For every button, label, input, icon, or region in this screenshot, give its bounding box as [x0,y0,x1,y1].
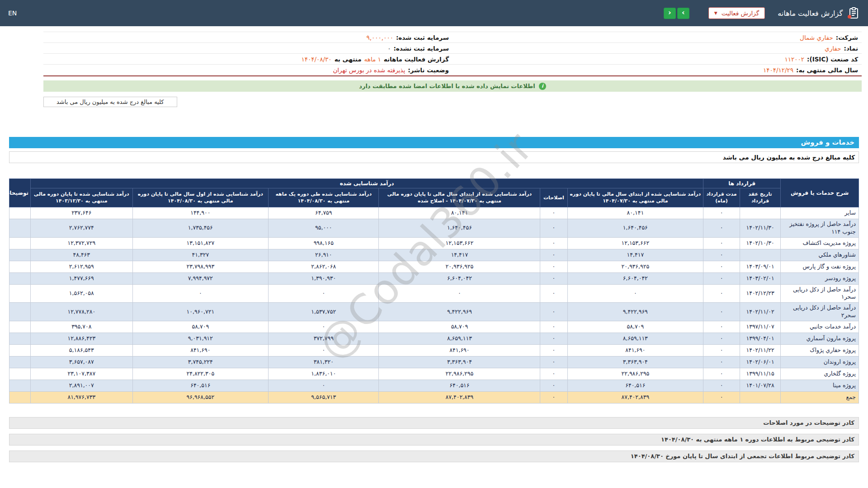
cell-rev-month: ۹۹۸,۱۶۵ [269,237,379,249]
cell-rev-month: ۰ [269,284,379,303]
col-header-rev-month: درآمد شناسایی شده طی دوره یک ماهه منتهی … [269,188,379,207]
cell-duration: ۰ [703,380,740,392]
cell-name: پروژه مینا [781,380,859,392]
cell-rev-total: ۷,۹۹۴,۹۷۲ [132,272,269,284]
brand: گزارش فعالیت ماهانه [778,7,860,19]
report-type-label: گزارش فعالیت [722,9,759,17]
cell-name: سایر [781,207,859,219]
publisher-status-label: وضعیت ناشر: [408,66,449,74]
tab-strip: کلیه مبالغ درج شده به میلیون ریال می باش… [43,97,862,107]
cell-rev-before: ۱,۶۴۰,۴۵۶ [567,219,703,237]
cell-rev-corrected: ۸۰,۱۴۱ [379,207,540,219]
units-tab[interactable]: کلیه مبالغ درج شده به میلیون ریال می باش… [43,97,177,107]
cell-rev-month: ۶۴,۷۵۹ [269,207,379,219]
cell-rev-prev: ۱۲,۸۸۶,۴۲۳ [31,333,132,345]
cell-rev-month: ۰ [269,321,379,333]
table-row: پروژه مدیریت اکتشاف۱۴۰۲/۱۰/۳۰۰۱۲,۱۵۳,۶۶۲… [9,237,859,249]
chevron-down-icon: ▼ [714,11,717,15]
cell-rev-month: ۱,۸۳۶,۰۱۰ [269,368,379,380]
cell-contract-date: ۱۴۰۲/۱۱/۲۲ [740,345,780,357]
sales-table: شرح خدمات یا فروش قرارداد ها درآمد شناسا… [9,178,859,404]
signature-notice-text: اطلاعات نمایش داده شده با اطلاعات امضا ش… [359,83,535,89]
cell-duration: ۰ [703,321,740,333]
cell-contract-date: ۱۴۰۲/۱۱/۳۰ [740,219,780,237]
col-header-rev-total: درآمد شناسایی شده از اول سال مالی تا پای… [132,188,269,207]
report-type-dropdown[interactable]: گزارش فعالیت ▼ [708,7,765,19]
cell-duration: ۰ [703,333,740,345]
publisher-status-value: پذیرفته شده در بورس تهران [333,66,405,74]
company-info: شرکت: حفاري شمال سرمایه ثبت شده: ۹,۰۰۰,۰… [43,32,862,76]
cell-notes [9,219,31,237]
nav-left-button[interactable]: ‹ [664,8,676,19]
report-period-mid: منتهی به [335,56,362,63]
company-link[interactable]: حفاري شمال [800,34,833,41]
cell-duration: ۰ [703,237,740,249]
cell-corrections: ۰ [540,261,567,272]
report-period-label: گزارش فعالیت ماهانه [384,56,449,63]
table-row: پروژه رودسر۱۴۰۳/۰۲/۰۱۰۶,۶۰۴,۰۴۲۰۶,۶۰۴,۰۴… [9,272,859,284]
cell-rev-total: ۱۴۴,۹۰۰ [132,207,269,219]
info-publisher-status: وضعیت ناشر: پذیرفته شده در بورس تهران [43,65,453,75]
cell-rev-month: ۹,۵۶۵,۷۱۳ [269,392,379,404]
cell-duration: ۰ [703,207,740,219]
cell-rev-prev: ۳,۶۵۷,۰۸۷ [31,357,132,368]
report-period-date: ۱۴۰۴/۰۸/۳۰ [302,56,332,63]
cell-name: پروژه حفاري پژواک [781,345,859,357]
cell-rev-total: ۲۴,۸۲۲,۳۰۵ [132,368,269,380]
cell-name: پروژه گلخاري [781,368,859,380]
cell-rev-month: ۳۸۱,۳۲۰ [269,357,379,368]
cell-rev-prev: ۵,۱۸۶,۵۴۳ [31,345,132,357]
col-group-contracts: قرارداد ها [703,179,781,188]
cell-rev-corrected: ۸۷,۴۰۲,۸۳۹ [379,392,540,404]
cell-duration: ۰ [703,249,740,261]
cell-rev-prev: ۱,۵۶۲,۰۵۸ [31,284,132,303]
table-row: پروژه مینا۱۴۰۱/۰۷/۲۸۰۶۴۰,۵۱۶۰۶۴۰,۵۱۶۰۶۴۰… [9,380,859,392]
cell-rev-prev: ۲۳,۱۰۷,۳۸۷ [31,368,132,380]
cell-rev-total: ۳,۷۴۵,۲۲۴ [132,357,269,368]
cell-duration: ۰ [703,284,740,303]
cell-rev-total: ۱۳,۱۵۱,۸۲۷ [132,237,269,249]
cell-rev-corrected: ۸۴۱,۶۹۰ [379,345,540,357]
cell-notes [9,284,31,303]
table-row: پروژه حفاري پژواک۱۴۰۲/۱۱/۲۲۰۸۴۱,۶۹۰۰۸۴۱,… [9,345,859,357]
cell-corrections: ۰ [540,380,567,392]
cell-rev-corrected: ۲۰,۹۳۶,۹۲۵ [379,261,540,272]
cell-rev-corrected: ۳,۳۶۳,۹۰۴ [379,357,540,368]
cell-rev-corrected: ۲۲,۹۸۶,۲۹۵ [379,368,540,380]
cell-rev-prev: ۱۲,۷۷۸,۲۸۰ [31,303,132,321]
info-registered-capital: سرمایه ثبت شده: ۹,۰۰۰,۰۰۰ [43,32,453,43]
cell-notes [9,392,31,404]
cell-rev-total: ۲۳,۷۹۸,۹۹۳ [132,261,269,272]
cell-contract-date: ۱۴۰۳/۰۲/۰۱ [740,272,780,284]
language-toggle[interactable]: EN [8,9,17,17]
report-nav: › ‹ [664,8,689,19]
table-row: درآمد خدمات جانبي۱۳۹۷/۱۱/۰۷۰۵۸,۷۰۹۰۵۸,۷۰… [9,321,859,333]
table-row: درآمد حاصل از پروژه نفتخیز جنوب ۱۱۴۱۴۰۲/… [9,219,859,237]
col-header-corrections: اصلاحات [540,188,567,207]
cell-corrections: ۰ [540,284,567,303]
cell-rev-prev: ۱,۴۷۷,۶۶۹ [31,272,132,284]
cell-corrections: ۰ [540,219,567,237]
footer-note-cumulative[interactable]: کادر توضیحی مربوط اطلاعات تجمعی از ابتدا… [9,450,859,462]
cell-rev-total: ۵۸,۷۰۹ [132,321,269,333]
symbol-link[interactable]: حفاري [825,45,841,52]
nav-right-button[interactable]: › [677,8,689,19]
info-icon: i [539,83,546,90]
cell-name: پروژه اروندان [781,357,859,368]
unregistered-capital-value: ۰ [387,45,391,52]
cell-contract-date: ۱۳۹۷/۱۱/۰۷ [740,321,780,333]
footer-note-month[interactable]: کادر توضیحی مربوط به اطلاعات دوره ۱ ماهه… [9,434,859,446]
cell-rev-prev: ۲۳۷,۶۴۶ [31,207,132,219]
col-header-rev-before: درآمد شناسایی شده از ابتدای سال مالی تا … [567,188,703,207]
cell-duration: ۰ [703,303,740,321]
cell-rev-prev: ۱۲,۳۷۲,۷۲۹ [31,237,132,249]
total-row: جمع۰۸۷,۴۰۲,۸۳۹۰۸۷,۴۰۲,۸۳۹۹,۵۶۵,۷۱۳۹۶,۹۶۸… [9,392,859,404]
col-header-rev-corrected: درآمد شناسایی شده از ابتدای سال مالی تا … [379,188,540,207]
cell-duration: ۰ [703,261,740,272]
cell-rev-before: ۱۲,۱۵۳,۶۶۲ [567,237,703,249]
footer-note-corrections[interactable]: کادر توضیحات در مورد اصلاحات [9,417,859,429]
cell-corrections: ۰ [540,392,567,404]
topbar: گزارش فعالیت ماهانه گزارش فعالیت ▼ › ‹ E… [0,0,868,26]
cell-contract-date [740,249,780,261]
signature-notice: i اطلاعات نمایش داده شده با اطلاعات امضا… [43,80,862,92]
